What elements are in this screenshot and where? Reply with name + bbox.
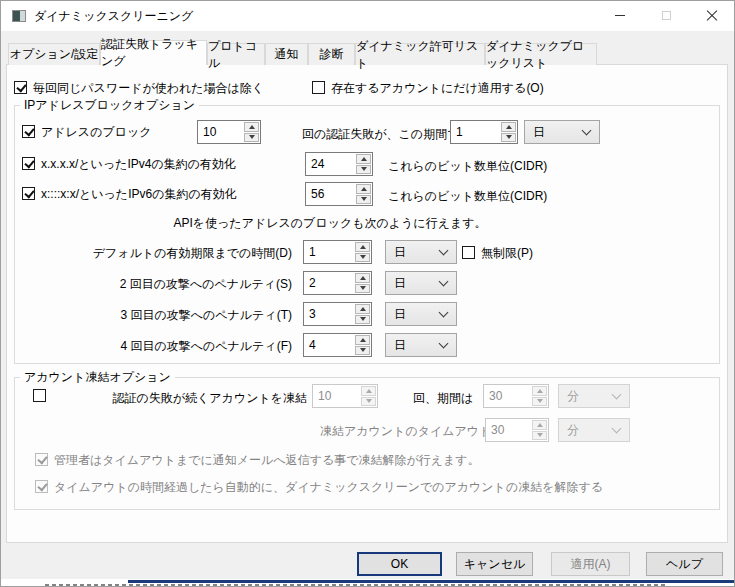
checkbox-checked-icon bbox=[22, 125, 35, 138]
ok-button[interactable]: OK bbox=[357, 552, 442, 576]
spin-down-button[interactable] bbox=[356, 195, 371, 205]
spin-down-button[interactable] bbox=[501, 133, 516, 143]
default-expire-input[interactable]: 1 bbox=[304, 241, 354, 263]
freeze-period-input[interactable]: 30 bbox=[484, 385, 531, 407]
chevron-down-icon bbox=[439, 245, 449, 255]
spin-up-button[interactable] bbox=[355, 273, 370, 283]
checkbox-label: アドレスのブロック bbox=[41, 124, 152, 141]
chevron-down-icon bbox=[612, 389, 622, 399]
failures-suffix-label: 回の認証失敗が、この期間で bbox=[302, 126, 459, 143]
checkbox-freeze-account[interactable] bbox=[33, 388, 46, 402]
ipv6-bits-suffix-label: これらのビット数単位(CIDR) bbox=[388, 188, 547, 205]
freeze-timeout-unit-select[interactable]: 分 bbox=[558, 418, 630, 442]
cancel-button-label: キャンセル bbox=[464, 556, 525, 573]
freeze-period-unit-select[interactable]: 分 bbox=[558, 384, 630, 408]
penalty4-unit-select[interactable]: 日 bbox=[385, 333, 457, 357]
freeze-count-input[interactable]: 10 bbox=[313, 385, 360, 407]
tab-dynamic-allow-list[interactable]: ダイナミック許可リスト bbox=[355, 43, 485, 65]
penalty3-unit-select[interactable]: 日 bbox=[385, 302, 457, 326]
ipv6-bits-spinner: 56 bbox=[305, 182, 373, 206]
ipv4-bits-input[interactable]: 24 bbox=[306, 153, 355, 175]
spin-down-button[interactable] bbox=[532, 431, 547, 441]
cancel-button[interactable]: キャンセル bbox=[456, 552, 533, 576]
checkbox-admin-release[interactable]: 管理者はタイムアウトまでに通知メールへ返信する事で凍結解除が行えます。 bbox=[35, 452, 480, 469]
spin-down-icon bbox=[360, 317, 366, 321]
spin-down-button[interactable] bbox=[361, 397, 376, 407]
penalty4-spinner: 4 bbox=[303, 333, 372, 357]
checkbox-address-block[interactable]: アドレスのブロック bbox=[22, 124, 152, 141]
penalty2-label: 2 回目の攻撃へのペナルティ(S) bbox=[60, 276, 292, 293]
spin-up-icon bbox=[506, 125, 512, 129]
ok-button-label: OK bbox=[391, 557, 408, 571]
tab-notification[interactable]: 通知 bbox=[265, 43, 308, 65]
spin-down-button[interactable] bbox=[244, 133, 259, 143]
spin-up-button[interactable] bbox=[355, 304, 370, 314]
penalty3-input[interactable]: 3 bbox=[304, 303, 354, 325]
spin-up-button[interactable] bbox=[532, 386, 547, 396]
tab-label: ダイナミックブロックリスト bbox=[486, 38, 596, 72]
spin-down-button[interactable] bbox=[355, 315, 370, 325]
spin-down-button[interactable] bbox=[356, 165, 371, 175]
tab-label: 認証失敗トラッキング bbox=[101, 36, 206, 70]
checkbox-apply-existing-accounts-only[interactable]: 存在するアカウントにだけ適用する(O) bbox=[312, 80, 544, 97]
spin-down-button[interactable] bbox=[355, 253, 370, 263]
failure-period-unit-select[interactable]: 日 bbox=[524, 120, 600, 144]
title-bar[interactable]: ダイナミックスクリーニング bbox=[0, 0, 735, 31]
spin-up-icon bbox=[360, 276, 366, 280]
spin-up-icon bbox=[537, 389, 543, 393]
maximize-button[interactable] bbox=[643, 0, 689, 31]
app-window-icon bbox=[12, 10, 26, 22]
tab-label: ダイナミック許可リスト bbox=[356, 38, 484, 72]
penalty2-spinner: 2 bbox=[303, 271, 372, 295]
spin-up-icon bbox=[361, 157, 367, 161]
penalty4-label: 4 回目の攻撃へのペナルティ(F) bbox=[60, 338, 292, 355]
penalty2-unit-select[interactable]: 日 bbox=[385, 271, 457, 295]
spin-down-icon bbox=[366, 399, 372, 403]
checkbox-auto-release[interactable]: タイムアウトの時間経過したら自動的に、ダイナミックスクリーンでのアカウントの凍結… bbox=[35, 479, 603, 496]
spin-down-button[interactable] bbox=[355, 284, 370, 294]
checkbox-unlimited[interactable]: 無制限(P) bbox=[462, 245, 533, 262]
checkbox-label: x.x.x.x/といったIPv4の集約の有効化 bbox=[41, 156, 236, 173]
spin-up-button[interactable] bbox=[355, 242, 370, 252]
checkbox-ipv6-aggregation[interactable]: x::::x:x/といったIPv6の集約の有効化 bbox=[22, 186, 237, 203]
spin-up-button[interactable] bbox=[356, 154, 371, 164]
freeze-timeout-input[interactable]: 30 bbox=[486, 419, 531, 441]
tab-options-settings[interactable]: オプション/設定 bbox=[8, 43, 100, 65]
penalty4-input[interactable]: 4 bbox=[304, 334, 354, 356]
tab-auth-failure-tracking[interactable]: 認証失敗トラッキング bbox=[100, 40, 207, 65]
default-expire-unit-select[interactable]: 日 bbox=[385, 240, 457, 264]
tab-dynamic-block-list[interactable]: ダイナミックブロックリスト bbox=[485, 43, 597, 65]
checkbox-label: 毎回同じパスワードが使われた場合は除く bbox=[33, 80, 264, 97]
penalty2-input[interactable]: 2 bbox=[304, 272, 354, 294]
spin-up-button[interactable] bbox=[244, 122, 259, 132]
spin-up-icon bbox=[360, 307, 366, 311]
combo-value: 分 bbox=[567, 422, 579, 439]
spin-down-button[interactable] bbox=[355, 346, 370, 356]
spin-up-button[interactable] bbox=[501, 122, 516, 132]
checkbox-label: 無制限(P) bbox=[481, 245, 533, 262]
tab-label: オプション/設定 bbox=[10, 46, 99, 63]
background-window-sliver bbox=[0, 579, 735, 587]
spin-up-button[interactable] bbox=[355, 335, 370, 345]
ipv6-bits-input[interactable]: 56 bbox=[306, 183, 355, 205]
checkbox-exclude-same-password[interactable]: 毎回同じパスワードが使われた場合は除く bbox=[14, 80, 264, 97]
spin-down-icon bbox=[249, 135, 255, 139]
account-freeze-options-group-title: アカウント凍結オプション bbox=[20, 369, 175, 386]
spin-up-icon bbox=[537, 423, 543, 427]
minimize-button[interactable] bbox=[597, 0, 643, 31]
help-button[interactable]: ヘルプ bbox=[646, 552, 723, 576]
close-button[interactable] bbox=[689, 0, 735, 31]
failure-period-input[interactable]: 1 bbox=[451, 121, 500, 143]
failure-count-input[interactable]: 10 bbox=[198, 121, 243, 143]
apply-button[interactable]: 適用(A) bbox=[551, 552, 630, 576]
tab-diagnosis[interactable]: 診断 bbox=[308, 43, 355, 65]
spin-up-button[interactable] bbox=[356, 184, 371, 194]
checkbox-label: 存在するアカウントにだけ適用する(O) bbox=[331, 80, 544, 97]
spin-up-button[interactable] bbox=[361, 386, 376, 396]
tab-protocol[interactable]: プロトコル bbox=[207, 43, 265, 65]
spin-up-button[interactable] bbox=[532, 420, 547, 430]
spin-down-button[interactable] bbox=[532, 397, 547, 407]
spin-down-icon bbox=[360, 286, 366, 290]
checkbox-ipv4-aggregation[interactable]: x.x.x.x/といったIPv4の集約の有効化 bbox=[22, 156, 236, 173]
checkbox-checked-icon bbox=[22, 187, 35, 200]
